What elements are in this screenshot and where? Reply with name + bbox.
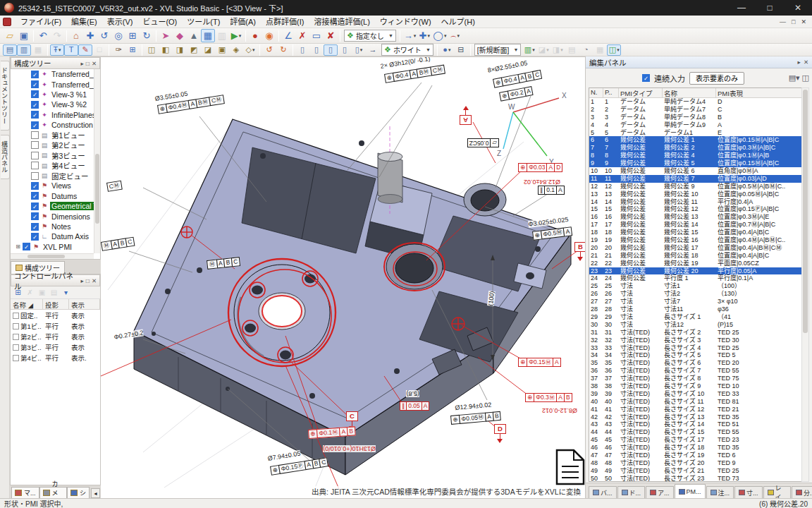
tb-select-face[interactable]: ➤ [159, 29, 173, 42]
tree-item-固定ビュー[interactable]: ▤固定ビュー [11, 171, 100, 181]
pmi-row-4[interactable]: 44データム単純データム9A [589, 121, 804, 129]
tb-view-top[interactable]: Ŧ▾ [50, 44, 64, 56]
columns-icon[interactable]: ◫ [802, 73, 809, 83]
tb-render-mode[interactable]: ▥ [215, 29, 229, 42]
tb-section-arrow[interactable]: → [366, 44, 380, 56]
view-row-第2ビ..[interactable]: 第2ビ..平行表示 [11, 331, 100, 341]
left-tab-シ[interactable]: シ [67, 487, 90, 498]
visibility-checkbox[interactable]: ✓ [31, 90, 39, 98]
tree-item-XVL PMI[interactable]: ⊞✓⚑XVL PMI [11, 242, 100, 252]
cp-view-settings[interactable]: ▾ [60, 287, 72, 298]
pmi-row-6[interactable]: 66幾何公差幾何公差 1位置度|φ0.15Ⓜ|A|B|C [589, 136, 804, 144]
tb-undo[interactable]: ↶ [36, 29, 50, 42]
mdi-minimize-button[interactable]: — [780, 18, 786, 25]
tb-redo[interactable]: ↷ [50, 29, 64, 42]
tab-structure-panel[interactable]: 構造パネル [1, 135, 10, 179]
col-投影[interactable]: 投影 [43, 299, 69, 309]
tb-zoom[interactable]: ◎ [111, 29, 125, 42]
close-icon[interactable]: ✕ [92, 277, 97, 284]
pmi-row-5[interactable]: 55データムデータム1E [589, 129, 804, 137]
left-tab-カメラ...[interactable]: カメラ... [39, 487, 68, 498]
view-row-第1ビ..[interactable]: 第1ビ..平行表示 [11, 320, 100, 331]
continuous-input-checkbox[interactable]: ✓ [642, 74, 650, 82]
tb-measure-rect[interactable]: ▭ [309, 29, 324, 42]
pmi-row-35[interactable]: 3535寸法(TED)長さサイズ 6TED 20 [589, 359, 804, 367]
col-名称[interactable]: 名称 [663, 88, 716, 97]
tb-bend-tool[interactable]: ⌢▾ [448, 29, 462, 42]
pmi-row-36[interactable]: 3636寸法(TED)長さサイズ 7TED 55 [589, 367, 804, 375]
tb-cube-left[interactable]: ◩ [187, 44, 201, 56]
cp-copy-view[interactable]: ▣ [36, 287, 48, 298]
tb-home-view[interactable]: ⌂ [69, 29, 83, 42]
tab-scroll-left[interactable]: ◄ [91, 488, 100, 498]
pmi-row-13[interactable]: 1313幾何公差幾何公差 10位置度|φ0.05Ⓜ|A|B|C [589, 190, 804, 198]
visibility-checkbox[interactable]: ✓ [31, 121, 39, 129]
tb-cube-top[interactable]: ▣ [215, 44, 229, 56]
tb-section-clock[interactable]: ◔ [579, 44, 593, 56]
pmi-row-32[interactable]: 3232寸法(TED)長さサイズ 3TED 30 [589, 337, 804, 344]
visibility-checkbox[interactable]: ✓ [31, 80, 39, 88]
tree-item-Dimensions[interactable]: ✓⚑Dimensions [11, 211, 100, 221]
visibility-checkbox[interactable]: ✓ [31, 111, 39, 119]
tb-cube-bottom[interactable]: ◈ [229, 44, 243, 56]
tb-transform-rotate[interactable]: ◯▾ [431, 29, 448, 42]
pmi-row-47[interactable]: 4747寸法(TED)長さサイズ 19TED 6 [589, 452, 804, 459]
menu-表示(V)[interactable]: 表示(V) [102, 18, 138, 26]
tb-display-color[interactable]: ❖ホワイト▼ [381, 44, 433, 56]
edit-tab-レイ...[interactable]: レイ... [763, 486, 792, 498]
pmi-row-9[interactable]: 99幾何公差幾何公差 5位置度|φ0.15Ⓜ|A|B|C [589, 159, 804, 167]
view-checkbox[interactable] [13, 313, 19, 319]
pmi-row-30[interactable]: 3030寸法寸法12(P)15 [589, 321, 804, 329]
visibility-checkbox[interactable]: ✓ [31, 202, 39, 210]
view-checkbox[interactable] [13, 344, 19, 351]
pmi-row-19[interactable]: 1919幾何公差幾何公差 16位置度|φ0.4Ⓜ|A|BⓂ|C.. [589, 236, 804, 244]
restore-button[interactable]: □ [756, 0, 784, 16]
tree-item-Datums[interactable]: ✓⚑Datums [11, 191, 100, 201]
tb-silhouette[interactable]: ▲ [187, 29, 201, 42]
pmi-row-1[interactable]: 11データム単純データム4D [589, 98, 804, 106]
tree-vertical-scrollbar[interactable] [94, 69, 100, 253]
menu-ウィンドウ(W)[interactable]: ウィンドウ(W) [375, 18, 436, 26]
cp-export-view[interactable]: ▤ [48, 287, 60, 298]
visibility-checkbox[interactable] [31, 172, 39, 180]
pmi-row-24[interactable]: 2424幾何公差平行度 1平行度|0.1|A [589, 274, 804, 282]
tb-select-shape[interactable]: ◆ [173, 29, 187, 42]
tb-zoom-window[interactable]: ⊞ [125, 29, 140, 42]
tb-rotate-cw[interactable]: ↻ [276, 44, 290, 56]
pin-icon[interactable]: ▸ [80, 277, 83, 284]
pmi-row-39[interactable]: 3939寸法(TED)長さサイズ 10TED 33 [589, 390, 804, 398]
visibility-checkbox[interactable]: ✓ [31, 192, 39, 200]
tb-cube-front[interactable]: ◧ [159, 44, 173, 56]
menu-ツール(T)[interactable]: ツール(T) [182, 18, 225, 26]
tb-cube-right[interactable]: ◪ [201, 44, 215, 56]
tree-item-Geometrical To[interactable]: ✓⚑Geometrical To [11, 201, 100, 211]
edit-tab-PM...[interactable]: PM... [675, 484, 706, 498]
tb-cyl-view-5[interactable]: ▯▾ [352, 44, 366, 56]
tb-layout-3[interactable]: ▦ [31, 44, 45, 56]
close-icon[interactable]: ✕ [92, 60, 97, 67]
pmi-row-41[interactable]: 4141寸法(TED)長さサイズ 12TED 21 [589, 406, 804, 413]
pmi-row-10[interactable]: 1010幾何公差幾何公差 6直角度|φ0Ⓜ|A [589, 167, 804, 175]
pmi-row-12[interactable]: 1212幾何公差幾何公差 9位置度|φ0.5Ⓜ|A|BⓂ|C.. [589, 183, 804, 190]
tb-pan[interactable]: ✚ [83, 29, 97, 42]
view-row-第4ビ..[interactable]: 第4ビ..平行表示. [11, 352, 100, 363]
visibility-checkbox[interactable] [31, 152, 39, 159]
tb-measure-angle[interactable]: ∠ [281, 29, 295, 42]
tb-layout-tile[interactable]: ▥ [17, 44, 31, 56]
col-PMI表現[interactable]: PMI表現 [716, 88, 804, 97]
pmi-row-20[interactable]: 2020幾何公差幾何公差 17位置度|φ0.4|A|BⓂ|CⓂ [589, 244, 804, 252]
col-N.[interactable]: N. [589, 88, 603, 97]
pin-icon[interactable]: ▸ [80, 60, 83, 67]
visibility-checkbox[interactable]: ✓ [31, 233, 39, 241]
pin-icon[interactable]: ▸ [798, 59, 801, 66]
visibility-checkbox[interactable] [31, 141, 39, 149]
tb-measure-cross[interactable]: ✘ [324, 29, 338, 42]
menu-評価(A)[interactable]: 評価(A) [225, 18, 261, 26]
menu-ヘルプ(H)[interactable]: ヘルプ(H) [436, 18, 480, 26]
edit-tab-ア...[interactable]: ア... [646, 486, 674, 498]
pmi-row-49[interactable]: 4949寸法(TED)長さサイズ 21TED 25 [589, 467, 804, 475]
menu-点群評価(I)[interactable]: 点群評価(I) [261, 18, 309, 26]
tb-cyl-view-1[interactable]: ▯ [295, 44, 309, 56]
tb-cube-more[interactable]: ◇▾ [243, 44, 257, 56]
pmi-row-42[interactable]: 4242寸法(TED)長さサイズ 13TED 35 [589, 413, 804, 421]
